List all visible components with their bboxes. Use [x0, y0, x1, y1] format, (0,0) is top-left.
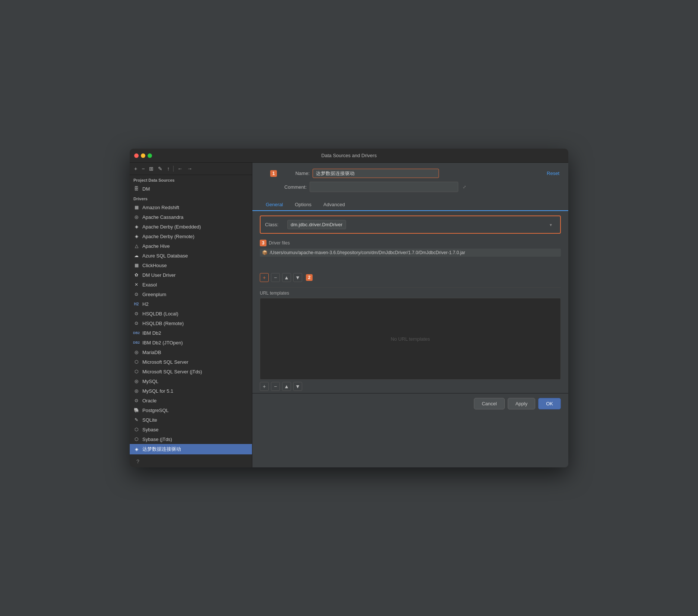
sidebar-item-apache-hive[interactable]: △ Apache Hive: [130, 241, 252, 251]
sidebar-item-dm-label: DM: [142, 186, 150, 192]
ms-sql-server-jtds-icon: ⬡: [133, 369, 139, 375]
move-up-url-button[interactable]: ▲: [282, 382, 291, 391]
sidebar-item-hsqldb-local-label: HSQLDB (Local): [142, 311, 178, 317]
comment-input[interactable]: [310, 182, 458, 192]
url-templates-empty: No URL templates: [260, 298, 561, 380]
sidebar-item-dameng[interactable]: ◈ 达梦数据连接驱动: [130, 444, 252, 454]
sidebar-item-ms-sql-server-label: Microsoft SQL Server: [142, 359, 188, 365]
class-select-wrapper: dm.jdbc.driver.DmDriver: [287, 220, 556, 229]
sidebar-item-apache-derby-remote-label: Apache Derby (Remote): [142, 234, 194, 239]
sidebar-item-apache-derby-embedded[interactable]: ◈ Apache Derby (Embedded): [130, 222, 252, 231]
move-down-url-button[interactable]: ▼: [293, 382, 302, 391]
main-content: + − ⊞ ✎ ↑ ← → Project Data Sources 🗄 DM …: [130, 163, 568, 467]
sidebar-item-exasol[interactable]: ✕ Exasol: [130, 280, 252, 289]
sidebar-item-dm[interactable]: 🗄 DM: [130, 184, 252, 194]
copy-source-button[interactable]: ⊞: [148, 165, 155, 172]
sidebar-item-azure-sql[interactable]: ☁ Azure SQL Database: [130, 251, 252, 260]
driver-file-item: 📦 /Users/oumuv/apache-maven-3.6.0/reposi…: [260, 249, 561, 257]
sidebar-item-amazon-redshift[interactable]: ▦ Amazon Redshift: [130, 202, 252, 212]
apache-derby-embedded-icon: ◈: [133, 224, 139, 230]
sidebar: + − ⊞ ✎ ↑ ← → Project Data Sources 🗄 DM …: [130, 163, 252, 467]
edit-source-button[interactable]: ✎: [156, 165, 164, 172]
sidebar-item-ibm-db2-label: IBM Db2: [142, 330, 161, 336]
sidebar-item-mariadb[interactable]: ◎ MariaDB: [130, 347, 252, 357]
annotation-1: 1: [270, 170, 277, 177]
ms-sql-server-icon: ⬡: [133, 359, 139, 365]
sidebar-item-ibm-db2[interactable]: DB2 IBM Db2: [130, 328, 252, 338]
class-select[interactable]: dm.jdbc.driver.DmDriver: [287, 220, 346, 229]
apply-button[interactable]: Apply: [508, 398, 536, 409]
minimize-button[interactable]: [141, 153, 145, 158]
sidebar-item-mysql-5-1[interactable]: ◎ MySQL for 5.1: [130, 386, 252, 396]
cancel-button[interactable]: Cancel: [474, 398, 504, 409]
main-window: Data Sources and Drivers + − ⊞ ✎ ↑ ← → P…: [130, 149, 568, 467]
help-button[interactable]: ?: [133, 457, 142, 466]
project-sources-header: Project Data Sources: [130, 175, 252, 184]
sidebar-item-exasol-label: Exasol: [142, 282, 157, 288]
tab-advanced[interactable]: Advanced: [317, 199, 351, 211]
greenplum-icon: ⊙: [133, 291, 139, 297]
sidebar-item-clickhouse-label: ClickHouse: [142, 263, 167, 268]
file-icon: 📦: [262, 250, 268, 255]
sidebar-item-sqlite[interactable]: ✎ SQLite: [130, 415, 252, 425]
sidebar-item-ibm-db2-jtopen-label: IBM Db2 (JTOpen): [142, 340, 183, 346]
nav-forward-button[interactable]: →: [185, 165, 194, 172]
reset-link[interactable]: Reset: [547, 171, 559, 176]
traffic-lights: [134, 153, 152, 158]
sidebar-item-h2[interactable]: H2 H2: [130, 299, 252, 309]
name-input[interactable]: [313, 169, 439, 178]
sidebar-item-apache-cassandra[interactable]: ◎ Apache Cassandra: [130, 212, 252, 222]
sidebar-item-clickhouse[interactable]: ▦ ClickHouse: [130, 260, 252, 270]
annotation-2: 2: [306, 274, 313, 281]
files-toolbar: + − ▲ ▼ 2: [252, 271, 568, 284]
hsqldb-local-icon: ⊙: [133, 311, 139, 317]
sidebar-item-sybase-jtds[interactable]: ⬡ Sybase (jTds): [130, 434, 252, 444]
sidebar-item-dm-user-driver-label: DM User Driver: [142, 272, 176, 278]
remove-source-button[interactable]: −: [140, 165, 146, 172]
clickhouse-icon: ▦: [133, 262, 139, 268]
class-config-box: Class: dm.jdbc.driver.DmDriver: [260, 215, 561, 234]
sidebar-item-mysql[interactable]: ◎ MySQL: [130, 376, 252, 386]
sidebar-item-oracle[interactable]: ⊙ Oracle: [130, 396, 252, 405]
sidebar-item-ms-sql-server[interactable]: ⬡ Microsoft SQL Server: [130, 357, 252, 367]
add-source-button[interactable]: +: [133, 165, 139, 172]
remove-file-button[interactable]: −: [271, 273, 280, 282]
name-row: 1 Name: Reset: [260, 169, 561, 178]
sidebar-item-apache-derby-remote[interactable]: ◈ Apache Derby (Remote): [130, 231, 252, 241]
sidebar-item-greenplum[interactable]: ⊙ Greenplum: [130, 289, 252, 299]
url-templates-label: URL templates: [260, 291, 561, 296]
move-down-file-button[interactable]: ▼: [293, 273, 302, 282]
sidebar-toolbar: + − ⊞ ✎ ↑ ← →: [130, 163, 252, 175]
amazon-redshift-icon: ▦: [133, 204, 139, 210]
class-label: Class:: [265, 222, 284, 227]
sidebar-item-hsqldb-remote[interactable]: ⊙ HSQLDB (Remote): [130, 318, 252, 328]
sidebar-item-greenplum-label: Greenplum: [142, 292, 166, 297]
add-file-button[interactable]: +: [260, 273, 269, 282]
sidebar-item-sybase[interactable]: ⬡ Sybase: [130, 425, 252, 434]
sidebar-item-ibm-db2-jtopen[interactable]: DB2 IBM Db2 (JTOpen): [130, 338, 252, 347]
sidebar-item-apache-hive-label: Apache Hive: [142, 243, 170, 249]
class-row: Class: dm.jdbc.driver.DmDriver: [265, 220, 556, 229]
sidebar-item-postgresql[interactable]: 🐘 PostgreSQL: [130, 405, 252, 415]
sidebar-item-dm-user-driver[interactable]: ✿ DM User Driver: [130, 270, 252, 280]
add-url-button[interactable]: +: [260, 382, 269, 391]
close-button[interactable]: [134, 153, 139, 158]
sidebar-item-oracle-label: Oracle: [142, 398, 156, 403]
sidebar-item-ms-sql-server-jtds-label: Microsoft SQL Server (jTds): [142, 369, 202, 375]
sidebar-item-hsqldb-local[interactable]: ⊙ HSQLDB (Local): [130, 309, 252, 318]
bottom-bar: Cancel Apply OK: [252, 393, 568, 414]
move-up-file-button[interactable]: ▲: [282, 273, 291, 282]
tab-options[interactable]: Options: [289, 199, 317, 211]
sidebar-item-hsqldb-remote-label: HSQLDB (Remote): [142, 321, 184, 326]
sidebar-item-postgresql-label: PostgreSQL: [142, 408, 169, 413]
tab-general[interactable]: General: [260, 199, 289, 211]
comment-label: Comment:: [277, 184, 307, 190]
fullscreen-button[interactable]: [148, 153, 152, 158]
sidebar-item-ms-sql-server-jtds[interactable]: ⬡ Microsoft SQL Server (jTds): [130, 367, 252, 376]
export-source-button[interactable]: ↑: [165, 165, 171, 172]
nav-back-button[interactable]: ←: [176, 165, 184, 172]
ok-button[interactable]: OK: [538, 398, 561, 409]
remove-url-button[interactable]: −: [271, 382, 280, 391]
sidebar-item-h2-label: H2: [142, 301, 149, 307]
sybase-jtds-icon: ⬡: [133, 436, 139, 442]
